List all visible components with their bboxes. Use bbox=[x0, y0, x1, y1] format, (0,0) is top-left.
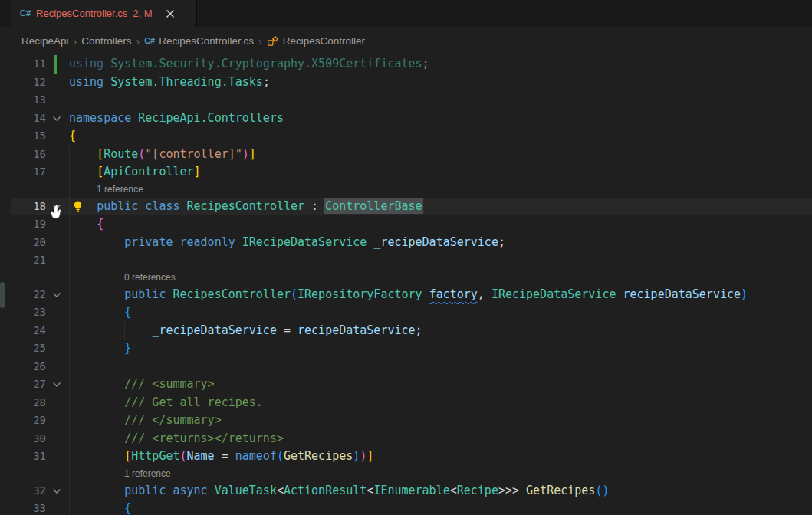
line-number[interactable]: 18 bbox=[33, 198, 46, 216]
line-number[interactable]: 19 bbox=[33, 215, 46, 234]
code-line[interactable]: 28 /// Get all recipes. bbox=[11, 394, 812, 412]
indent-guide bbox=[69, 394, 70, 412]
code-line[interactable]: 31 [HttpGet(Name = nameof(GetRecipes))] bbox=[11, 448, 812, 466]
code-line[interactable]: 11using System.Security.Cryptography.X50… bbox=[11, 55, 812, 74]
code-line-text: /// Get all recipes. bbox=[69, 394, 263, 412]
code-line-text: [HttpGet(Name = nameof(GetRecipes))] bbox=[69, 448, 373, 466]
code-line[interactable]: 18 public class RecipesController : Cont… bbox=[11, 198, 812, 216]
line-number[interactable]: 17 bbox=[33, 163, 46, 182]
code-line[interactable]: 30 /// <returns></returns> bbox=[11, 430, 812, 448]
editor-gutter: 28 bbox=[11, 394, 69, 412]
line-number[interactable]: 13 bbox=[33, 91, 46, 110]
breadcrumb: RecipeApi›Controllers›C#RecipesControlle… bbox=[0, 27, 812, 55]
fold-chevron-down-icon[interactable] bbox=[51, 379, 63, 391]
indent-guide bbox=[69, 448, 70, 466]
breadcrumb-label: RecipesController.cs bbox=[159, 35, 254, 47]
codelens-reference[interactable]: 1 reference bbox=[11, 466, 812, 482]
code-line[interactable]: 25 } bbox=[11, 340, 812, 358]
code-line[interactable]: 22 public RecipesController(IRepositoryF… bbox=[11, 286, 812, 304]
lightbulb-icon[interactable] bbox=[72, 200, 84, 213]
editor-gutter: 24 bbox=[11, 322, 69, 340]
line-number[interactable]: 33 bbox=[33, 500, 46, 515]
code-line[interactable]: 15{ bbox=[11, 127, 812, 146]
indent-guide bbox=[69, 358, 70, 376]
code-line[interactable]: 24 _recipeDataService = recipeDataServic… bbox=[11, 322, 812, 340]
tab-recipescontroller[interactable]: C# RecipesController.cs 2, M bbox=[11, 0, 197, 27]
line-number[interactable]: 22 bbox=[33, 286, 46, 304]
line-number[interactable]: 16 bbox=[33, 146, 46, 164]
fold-chevron-down-icon[interactable] bbox=[51, 485, 63, 497]
line-number[interactable]: 20 bbox=[33, 234, 46, 252]
tab-title: RecipesController.cs bbox=[36, 8, 127, 19]
indent-guide bbox=[97, 303, 97, 322]
code-line[interactable]: 12using System.Threading.Tasks; bbox=[11, 74, 812, 92]
code-line[interactable]: 33 { bbox=[11, 500, 812, 515]
line-number[interactable]: 29 bbox=[33, 412, 46, 430]
indent-guide bbox=[69, 286, 70, 304]
line-number[interactable]: 30 bbox=[33, 430, 46, 448]
code-line-text: /// </summary> bbox=[69, 412, 222, 430]
fold-chevron-down-icon[interactable] bbox=[51, 289, 63, 301]
line-number[interactable]: 32 bbox=[33, 482, 46, 500]
code-line[interactable]: 29 /// </summary> bbox=[11, 412, 812, 430]
line-number[interactable]: 15 bbox=[33, 127, 46, 146]
code-line[interactable]: 17 [ApiController] bbox=[11, 163, 812, 182]
line-number[interactable]: 31 bbox=[33, 448, 46, 466]
line-number[interactable]: 21 bbox=[33, 251, 46, 270]
line-number[interactable]: 25 bbox=[33, 340, 46, 358]
indent-guide bbox=[97, 322, 97, 340]
line-number[interactable]: 23 bbox=[33, 303, 46, 322]
line-number[interactable]: 11 bbox=[33, 55, 46, 74]
fold-chevron-down-icon[interactable] bbox=[51, 201, 63, 213]
codelens-reference[interactable]: 0 references bbox=[11, 270, 812, 286]
codelens-reference[interactable]: 1 reference bbox=[11, 182, 812, 198]
editor-gutter: 29 bbox=[11, 412, 69, 430]
codelens-label[interactable]: 0 references bbox=[11, 270, 176, 286]
code-editor[interactable]: 11using System.Security.Cryptography.X50… bbox=[11, 55, 812, 515]
line-number[interactable]: 26 bbox=[33, 358, 46, 376]
code-line-text: } bbox=[69, 340, 131, 358]
indent-guide bbox=[69, 303, 70, 322]
code-line[interactable]: 23 { bbox=[11, 303, 812, 322]
indent-guide bbox=[69, 234, 70, 252]
editor-gutter: 26 bbox=[11, 358, 69, 376]
line-number[interactable]: 12 bbox=[33, 74, 46, 92]
codelens-label[interactable]: 1 reference bbox=[11, 466, 171, 482]
breadcrumb-label: RecipeApi bbox=[21, 35, 69, 47]
code-line[interactable]: 26 bbox=[11, 358, 812, 376]
code-line[interactable]: 27 /// <summary> bbox=[11, 376, 812, 394]
code-line[interactable]: 14namespace RecipeApi.Controllers bbox=[11, 110, 812, 128]
line-number[interactable]: 14 bbox=[33, 110, 46, 128]
codelens-label[interactable]: 1 reference bbox=[11, 182, 143, 198]
indent-guide bbox=[97, 376, 97, 394]
code-line[interactable]: 20 private readonly IRecipeDataService _… bbox=[11, 234, 812, 252]
gutter-change-indicator[interactable] bbox=[54, 55, 57, 74]
line-number[interactable]: 28 bbox=[33, 394, 46, 412]
code-line[interactable]: 16 [Route("[controller]")] bbox=[11, 146, 812, 164]
line-number[interactable]: 24 bbox=[33, 322, 46, 340]
indent-guide bbox=[97, 430, 97, 448]
indent-guide bbox=[124, 322, 125, 340]
fold-chevron-down-icon[interactable] bbox=[51, 113, 63, 125]
editor-gutter: 13 bbox=[11, 91, 69, 110]
breadcrumb-item-recipescontroller[interactable]: RecipesController bbox=[267, 35, 365, 48]
close-icon[interactable] bbox=[163, 6, 178, 21]
indent-guide bbox=[69, 430, 70, 448]
indent-guide bbox=[97, 340, 97, 358]
line-number[interactable]: 27 bbox=[33, 376, 46, 394]
word-highlight: ControllerBase bbox=[325, 199, 422, 213]
breadcrumb-item-recipeapi[interactable]: RecipeApi bbox=[21, 35, 69, 47]
code-line-text: { bbox=[69, 500, 131, 515]
code-line-text: public async ValueTask<ActionResult<IEnu… bbox=[69, 482, 609, 500]
code-line[interactable]: 13 bbox=[11, 91, 812, 110]
editor-gutter: 20 bbox=[11, 234, 69, 252]
code-line-text: _recipeDataService = recipeDataService; bbox=[69, 322, 422, 340]
code-line[interactable]: 32 public async ValueTask<ActionResult<I… bbox=[11, 482, 812, 500]
code-line-text: [Route("[controller]")] bbox=[69, 146, 256, 164]
breadcrumb-item-controllers[interactable]: Controllers bbox=[81, 35, 131, 47]
breadcrumb-item-recipescontroller-cs[interactable]: C#RecipesController.cs bbox=[144, 35, 254, 47]
editor-gutter: 25 bbox=[11, 340, 69, 358]
code-line[interactable]: 21 bbox=[11, 251, 812, 270]
code-line[interactable]: 19 { bbox=[11, 215, 812, 234]
editor-gutter: 27 bbox=[11, 376, 69, 394]
